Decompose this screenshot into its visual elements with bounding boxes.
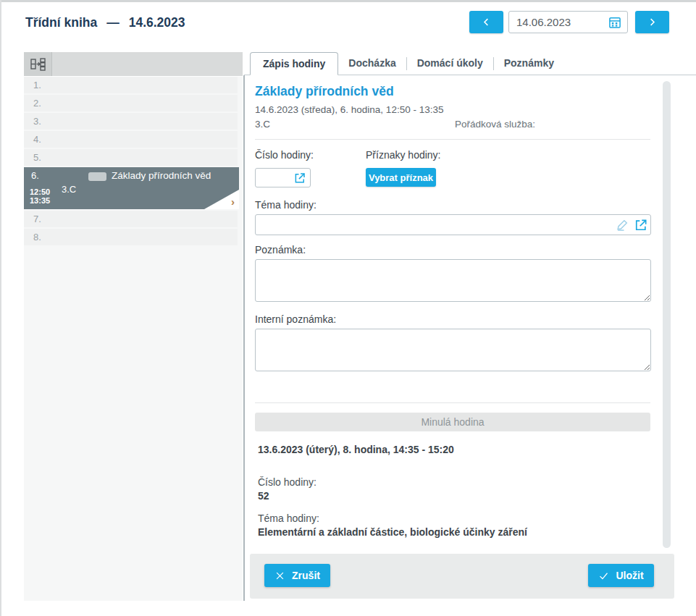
- lesson-number-label: Číslo hodiny:: [255, 149, 314, 161]
- vertical-scrollbar[interactable]: [663, 81, 671, 548]
- previous-lesson-number-label: Číslo hodiny:: [258, 476, 316, 488]
- close-icon: [274, 570, 285, 581]
- lesson-row-number: 4.: [33, 134, 41, 145]
- cancel-button-label: Zrušit: [292, 570, 320, 581]
- internal-note-textarea[interactable]: [255, 329, 651, 371]
- tab-bar: Zápis hodiny Docházka Domácí úkoly Pozná…: [250, 52, 564, 75]
- top-border: [0, 0, 696, 2]
- tridni-kniha-page: Třídní kniha—14.6.2023 1.: [0, 0, 696, 616]
- previous-topic-label: Téma hodiny:: [258, 512, 319, 524]
- transfer-icon: [30, 58, 46, 71]
- lesson-datetime: 14.6.2023 (středa), 6. hodina, 12:50 - 1…: [255, 104, 443, 115]
- lesson-row-1[interactable]: 1.: [24, 77, 238, 93]
- chevron-right-icon: [647, 17, 658, 28]
- page-title: Třídní kniha—14.6.2023: [25, 15, 185, 30]
- previous-topic: Elementární a základní částice, biologic…: [258, 526, 527, 538]
- lesson-row-number: 1.: [33, 80, 41, 90]
- checkmark-icon: [598, 570, 609, 581]
- lesson-start-time: 12:50: [30, 187, 50, 196]
- save-button[interactable]: Uložit: [588, 564, 654, 587]
- open-in-window-icon[interactable]: [634, 218, 648, 232]
- duty-service-label: Pořádková služba:: [455, 119, 535, 130]
- tab-dochazka[interactable]: Docházka: [338, 52, 406, 75]
- page-title-dash: —: [106, 15, 120, 30]
- previous-lesson-header: Minulá hodina: [255, 413, 650, 431]
- prev-day-button[interactable]: [469, 11, 503, 33]
- panel-divider: [243, 75, 245, 601]
- select-flag-button[interactable]: Vybrat příznak: [366, 168, 436, 187]
- cancel-button[interactable]: Zrušit: [264, 564, 330, 587]
- lesson-row-8[interactable]: 8.: [24, 229, 238, 245]
- flags-label: Příznaky hodiny:: [366, 149, 441, 161]
- lesson-row-5[interactable]: 5.: [24, 149, 238, 166]
- previous-lesson-datetime: 13.6.2023 (úterý), 8. hodina, 14:35 - 15…: [258, 444, 454, 455]
- lesson-row-number: 7.: [33, 214, 41, 224]
- next-day-button[interactable]: [635, 11, 669, 33]
- left-border: [0, 0, 1, 616]
- note-textarea[interactable]: [255, 259, 651, 302]
- section-divider: [255, 402, 650, 403]
- tab-poznamky[interactable]: Poznámky: [494, 52, 564, 75]
- section-divider: [255, 139, 650, 140]
- lesson-class: 3.C: [62, 184, 76, 195]
- move-lesson-button[interactable]: [24, 52, 52, 76]
- open-in-window-icon[interactable]: [293, 172, 306, 185]
- edit-pencil-icon[interactable]: [615, 218, 629, 232]
- tab-domaci-ukoly[interactable]: Domácí úkoly: [407, 52, 493, 75]
- lesson-subject-heading: Základy přírodních věd: [255, 84, 394, 99]
- tab-zapis-hodiny[interactable]: Zápis hodiny: [250, 52, 338, 75]
- lesson-row-number: 2.: [33, 98, 41, 109]
- topic-label: Téma hodiny:: [255, 199, 316, 211]
- row-detail-arrow-icon[interactable]: ›: [231, 195, 235, 209]
- lesson-end-time: 13:35: [30, 196, 50, 205]
- lesson-row-number: 8.: [33, 232, 41, 242]
- note-label: Poznámka:: [255, 244, 306, 256]
- lesson-class-name: 3.C: [255, 119, 270, 130]
- lesson-row-4[interactable]: 4.: [24, 131, 238, 148]
- page-title-text: Třídní kniha: [25, 15, 97, 30]
- previous-lesson-number: 52: [258, 490, 269, 502]
- page-title-date: 14.6.2023: [129, 15, 185, 30]
- chevron-left-icon: [481, 17, 492, 28]
- internal-note-label: Interní poznámka:: [255, 313, 336, 325]
- subject-color-badge: [88, 172, 106, 181]
- date-picker: [508, 11, 628, 33]
- lesson-row-number: 3.: [33, 116, 41, 127]
- lesson-row-7[interactable]: 7.: [24, 211, 238, 227]
- calendar-icon[interactable]: [608, 15, 622, 30]
- date-input[interactable]: [516, 12, 600, 33]
- save-button-label: Uložit: [616, 570, 643, 581]
- topic-input[interactable]: [255, 214, 651, 235]
- lesson-row-number: 5.: [33, 152, 41, 163]
- timetable-header: [24, 52, 243, 76]
- lesson-row-number: 6.: [31, 170, 39, 181]
- lesson-row-6-selected[interactable]: 6. 12:50 13:35 3.C Základy přírodních vě…: [24, 167, 239, 209]
- lesson-row-3[interactable]: 3.: [24, 113, 238, 130]
- lesson-subject: Základy přírodních věd: [112, 170, 211, 181]
- lesson-row-2[interactable]: 2.: [24, 95, 238, 111]
